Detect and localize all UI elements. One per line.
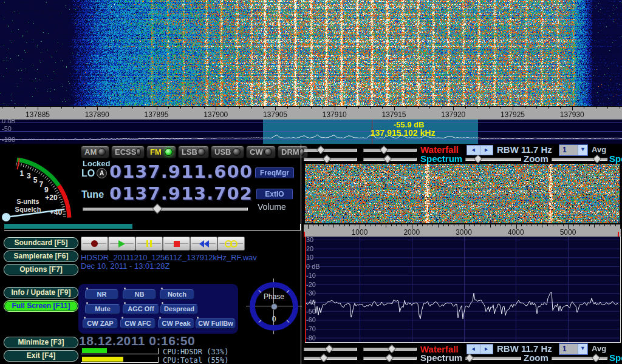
squelch-level-bar[interactable] [4, 224, 301, 231]
avg-dropdown-2[interactable]: 1 ▼ [559, 343, 588, 355]
mode-led-icon [264, 148, 272, 156]
phase-indicator: Phase 0 [246, 278, 302, 334]
spinner-left-arrow-icon[interactable]: ◄ [467, 146, 480, 155]
slider-thumb[interactable] [465, 354, 474, 362]
cpu-hdsdr-fill [82, 348, 107, 353]
nb-button[interactable]: NB [123, 289, 156, 300]
squelch-knob[interactable] [2, 213, 10, 221]
waterfall-brightness-slider-2[interactable] [304, 345, 357, 352]
lo-frequency-value[interactable]: 0137.911.600 [109, 161, 253, 182]
pause-icon [146, 240, 152, 247]
nr-button[interactable]: NR [85, 289, 118, 300]
full-screen-button[interactable]: Full Screen [F11] [4, 300, 78, 312]
chevron-down-icon[interactable]: ▼ [578, 344, 587, 354]
samplerate-button[interactable]: Samplerate [F6] [4, 251, 78, 262]
record-icon [91, 240, 98, 247]
tune-label: Tune [81, 189, 104, 200]
rf-frequency-scale[interactable]: 1378851378901378951379001379051379101379… [0, 106, 622, 120]
audio-db-label: 0 dB [306, 263, 320, 270]
audio-db-label: -60 [306, 316, 316, 323]
zoom-slider[interactable] [465, 155, 521, 163]
rbw-spinner-2[interactable]: ◄► [466, 344, 493, 354]
cw-fullbw-button[interactable]: CW FullBw [196, 318, 236, 329]
rbw-spinner[interactable]: ◄► [466, 145, 493, 155]
tune-frequency-value[interactable]: 0137.913.702 [109, 183, 253, 204]
mute-button[interactable]: Mute [85, 304, 120, 314]
notch-button[interactable]: Notch [160, 289, 194, 300]
minimize-button[interactable]: Minimize [F3] [4, 337, 78, 348]
play-button[interactable] [108, 237, 135, 251]
mode-button-lsb[interactable]: LSB [178, 146, 209, 158]
audio-spectrum-display[interactable] [305, 237, 620, 342]
speed-slider-2[interactable] [552, 354, 607, 362]
avg-dropdown[interactable]: 1 ▼ [559, 144, 588, 156]
waterfall-contrast-slider[interactable] [363, 146, 417, 153]
cw-afc-button[interactable]: CW AFC [120, 318, 156, 329]
rf-waterfall-display[interactable] [0, 0, 622, 106]
spinner-right-arrow-icon[interactable]: ► [480, 345, 493, 354]
loop-button[interactable] [217, 237, 245, 251]
mode-button-am[interactable]: AM [81, 146, 109, 158]
agc-button[interactable]: AGC Off [123, 304, 159, 314]
mode-led-icon [233, 148, 241, 156]
stop-button[interactable] [163, 237, 190, 251]
cw-zap-button[interactable]: CW ZAP [83, 318, 118, 329]
spectrum-contrast-slider[interactable] [363, 155, 417, 163]
squelch-level-fill [4, 224, 132, 229]
spinner-left-arrow-icon[interactable]: ◄ [467, 345, 480, 354]
audio-frequency-scale[interactable]: 10002000300040005000 [304, 224, 621, 237]
chevron-down-icon[interactable]: ▼ [578, 145, 587, 155]
cpu-total-bar [81, 357, 159, 363]
mode-button-ecss[interactable]: ECSS [111, 146, 145, 158]
mode-button-fm[interactable]: FM [146, 146, 176, 158]
slider-thumb[interactable] [380, 146, 388, 154]
slider-thumb[interactable] [593, 155, 601, 163]
info-update-button[interactable]: Info / Update [F9] [4, 287, 78, 298]
options-button[interactable]: Options [F7] [4, 264, 78, 275]
waterfall-brightness-slider[interactable] [304, 146, 357, 153]
slider-thumb[interactable] [383, 155, 392, 163]
mode-button-usb[interactable]: USB [211, 146, 244, 158]
auto-badge[interactable]: A [97, 168, 107, 178]
zoom-slider-2[interactable] [465, 354, 521, 362]
freqmgr-button[interactable]: FreqMgr [255, 167, 294, 178]
spectrum-brightness-slider[interactable] [304, 155, 357, 163]
panel-divider [301, 144, 301, 364]
locked-label: Locked [83, 159, 111, 168]
volume-slider-thumb[interactable] [152, 204, 163, 214]
slider-thumb[interactable] [323, 155, 331, 163]
audio-scale-label: 1000 [352, 228, 368, 237]
pause-button[interactable] [135, 237, 163, 251]
mode-button-cw[interactable]: CW [246, 146, 276, 158]
cpu-total-label: CPU:Total (55%) [163, 356, 228, 364]
audio-db-label: -50 [306, 308, 316, 315]
slider-thumb[interactable] [474, 155, 482, 163]
rf-spectrum-display[interactable] [0, 119, 622, 144]
slider-thumb[interactable] [388, 345, 396, 353]
slider-thumb[interactable] [316, 146, 325, 154]
slider-thumb[interactable] [592, 354, 600, 362]
spinner-right-arrow-icon[interactable]: ► [480, 146, 493, 155]
soundcard-button[interactable]: Soundcard [F5] [4, 237, 78, 249]
volume-slider[interactable] [83, 205, 248, 212]
avg-dropdown-value: 1 [559, 344, 578, 354]
spectrum-brightness-slider-2[interactable] [304, 354, 357, 362]
audio-db-label: -80 [306, 334, 316, 342]
slider-thumb[interactable] [320, 354, 328, 362]
waterfall-contrast-slider-2[interactable] [363, 345, 417, 352]
freq-scale-label: 137890 [85, 110, 109, 119]
spectrum-contrast-slider-2[interactable] [363, 354, 417, 362]
mode-label: LSB [182, 147, 197, 157]
extio-button[interactable]: ExtIO [256, 189, 293, 200]
mode-label: CW [250, 147, 263, 157]
despread-button[interactable]: Despread [160, 304, 198, 314]
speed-slider[interactable] [552, 155, 607, 163]
cw-peak-button[interactable]: CW Peak [158, 318, 194, 329]
audio-waterfall-display[interactable] [305, 164, 620, 223]
slider-thumb[interactable] [325, 345, 333, 353]
slider-thumb[interactable] [385, 354, 394, 362]
rewind-button[interactable] [190, 237, 217, 251]
exit-button[interactable]: Exit [F4] [4, 350, 78, 362]
rewind-icon [199, 240, 209, 248]
record-button[interactable] [81, 237, 108, 251]
